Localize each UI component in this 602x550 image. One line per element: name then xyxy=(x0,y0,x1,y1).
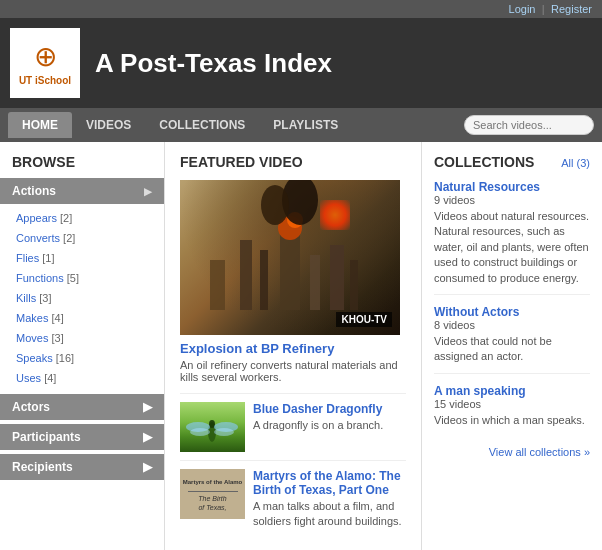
dragonfly-info: Blue Dasher Dragonfly A dragonfly is on … xyxy=(253,402,383,433)
sidebar-link-moves[interactable]: Moves [3] xyxy=(16,332,64,344)
alamo-thumb-bg: Martyrs of the Alamo The Birthof Texas, xyxy=(180,469,245,519)
svg-rect-4 xyxy=(310,255,320,310)
svg-point-16 xyxy=(214,428,234,436)
list-item: Speaks [16] xyxy=(0,348,164,368)
sidebar-link-makes[interactable]: Makes [4] xyxy=(16,312,64,324)
list-item: Uses [4] xyxy=(0,368,164,388)
collection-item-natural-resources: Natural Resources 9 videos Videos about … xyxy=(434,180,590,295)
sidebar-category-participants-label: Participants xyxy=(12,430,81,444)
alamo-video-title[interactable]: Martyrs of the Alamo: The Birth of Texas… xyxy=(253,469,406,497)
collections-all-link[interactable]: All (3) xyxy=(561,157,590,169)
browse-title: BROWSE xyxy=(0,154,164,178)
featured-video-description: An oil refinery converts natural materia… xyxy=(180,359,406,383)
sidebar-category-actors[interactable]: Actors ▶ xyxy=(0,394,164,420)
svg-rect-1 xyxy=(240,240,252,310)
list-item: Flies [1] xyxy=(0,248,164,268)
sidebar-category-participants[interactable]: Participants ▶ xyxy=(0,424,164,450)
collections-title: COLLECTIONS xyxy=(434,154,534,170)
dragonfly-video-title[interactable]: Blue Dasher Dragonfly xyxy=(253,402,383,416)
list-item: Moves [3] xyxy=(0,328,164,348)
chevron-right-icon-participants: ▶ xyxy=(143,430,152,444)
sidebar-link-speaks[interactable]: Speaks [16] xyxy=(16,352,74,364)
featured-section: FEATURED VIDEO KHOU-TV Explosion xyxy=(165,142,422,550)
collection-count-natural-resources: 9 videos xyxy=(434,194,590,206)
logo-icon: ⊕ xyxy=(34,40,57,73)
svg-rect-0 xyxy=(210,260,225,310)
sidebar-link-functions[interactable]: Functions [5] xyxy=(16,272,79,284)
alamo-info: Martyrs of the Alamo: The Birth of Texas… xyxy=(253,469,406,530)
dragonfly-svg xyxy=(180,402,245,452)
alamo-thumbnail[interactable]: Martyrs of the Alamo The Birthof Texas, xyxy=(180,469,245,519)
featured-title: FEATURED VIDEO xyxy=(180,154,406,170)
logo-box: ⊕ UT iSchool xyxy=(10,28,80,98)
search-box xyxy=(464,115,594,135)
sidebar-category-actors-label: Actors xyxy=(12,400,50,414)
sidebar-category-actions[interactable]: Actions ▶ xyxy=(0,178,164,204)
list-item: Kills [3] xyxy=(0,288,164,308)
sidebar-link-kills[interactable]: Kills [3] xyxy=(16,292,51,304)
alamo-video-desc: A man talks about a film, and soldiers f… xyxy=(253,499,406,530)
collection-count-man-speaking: 15 videos xyxy=(434,398,590,410)
login-link[interactable]: Login xyxy=(509,3,536,15)
collection-item-man-speaking: A man speaking 15 videos Videos in which… xyxy=(434,384,590,436)
dragonfly-video-desc: A dragonfly is on a branch. xyxy=(253,418,383,433)
collection-name-natural-resources[interactable]: Natural Resources xyxy=(434,180,540,194)
register-link[interactable]: Register xyxy=(551,3,592,15)
collection-count-without-actors: 8 videos xyxy=(434,319,590,331)
main-content: BROWSE Actions ▶ Appears [2] Converts [2… xyxy=(0,142,602,550)
nav-bar: HOME VIDEOS COLLECTIONS PLAYLISTS xyxy=(0,108,602,142)
collections-section: COLLECTIONS All (3) Natural Resources 9 … xyxy=(422,142,602,550)
video-item-dragonfly: Blue Dasher Dragonfly A dragonfly is on … xyxy=(180,393,406,452)
logo-text: UT iSchool xyxy=(19,75,71,86)
nav-tab-home[interactable]: HOME xyxy=(8,112,72,138)
featured-video-title[interactable]: Explosion at BP Refinery xyxy=(180,341,406,356)
svg-point-15 xyxy=(190,428,210,436)
featured-video-thumbnail[interactable]: KHOU-TV xyxy=(180,180,400,335)
sidebar-link-flies[interactable]: Flies [1] xyxy=(16,252,55,264)
dragonfly-thumb-bg xyxy=(180,402,245,452)
collection-name-man-speaking[interactable]: A man speaking xyxy=(434,384,526,398)
list-item: Converts [2] xyxy=(0,228,164,248)
svg-point-10 xyxy=(261,185,289,225)
collection-item-without-actors: Without Actors 8 videos Videos that coul… xyxy=(434,305,590,374)
list-item: Appears [2] xyxy=(0,208,164,228)
dragonfly-thumbnail[interactable] xyxy=(180,402,245,452)
sidebar: BROWSE Actions ▶ Appears [2] Converts [2… xyxy=(0,142,165,550)
auth-separator: | xyxy=(542,3,545,15)
sidebar-category-actions-label: Actions xyxy=(12,184,56,198)
collections-header: COLLECTIONS All (3) xyxy=(434,154,590,170)
sidebar-category-recipients-label: Recipients xyxy=(12,460,73,474)
view-all-collections-link[interactable]: View all collections » xyxy=(434,446,590,458)
station-tag: KHOU-TV xyxy=(336,312,392,327)
chevron-right-icon-recipients: ▶ xyxy=(143,460,152,474)
chevron-right-icon: ▶ xyxy=(144,186,152,197)
list-item: Functions [5] xyxy=(0,268,164,288)
site-title: A Post-Texas Index xyxy=(95,48,592,79)
sidebar-link-converts[interactable]: Converts [2] xyxy=(16,232,75,244)
svg-rect-3 xyxy=(280,230,300,310)
collection-desc-without-actors: Videos that could not be assigned an act… xyxy=(434,334,590,365)
svg-rect-6 xyxy=(350,260,358,310)
chevron-right-icon-actors: ▶ xyxy=(143,400,152,414)
list-item: Makes [4] xyxy=(0,308,164,328)
search-input[interactable] xyxy=(464,115,594,135)
collection-desc-man-speaking: Videos in which a man speaks. xyxy=(434,413,590,428)
sidebar-category-recipients[interactable]: Recipients ▶ xyxy=(0,454,164,480)
collection-name-without-actors[interactable]: Without Actors xyxy=(434,305,519,319)
sidebar-actions-list: Appears [2] Converts [2] Flies [1] Funct… xyxy=(0,206,164,390)
svg-rect-5 xyxy=(330,245,344,310)
site-header: ⊕ UT iSchool A Post-Texas Index xyxy=(0,18,602,108)
nav-tab-videos[interactable]: VIDEOS xyxy=(72,112,145,138)
sidebar-link-appears[interactable]: Appears [2] xyxy=(16,212,72,224)
svg-rect-2 xyxy=(260,250,268,310)
video-item-alamo: Martyrs of the Alamo The Birthof Texas, … xyxy=(180,460,406,530)
sidebar-link-uses[interactable]: Uses [4] xyxy=(16,372,56,384)
nav-tab-playlists[interactable]: PLAYLISTS xyxy=(259,112,352,138)
collection-desc-natural-resources: Videos about natural resources. Natural … xyxy=(434,209,590,286)
nav-tab-collections[interactable]: COLLECTIONS xyxy=(145,112,259,138)
